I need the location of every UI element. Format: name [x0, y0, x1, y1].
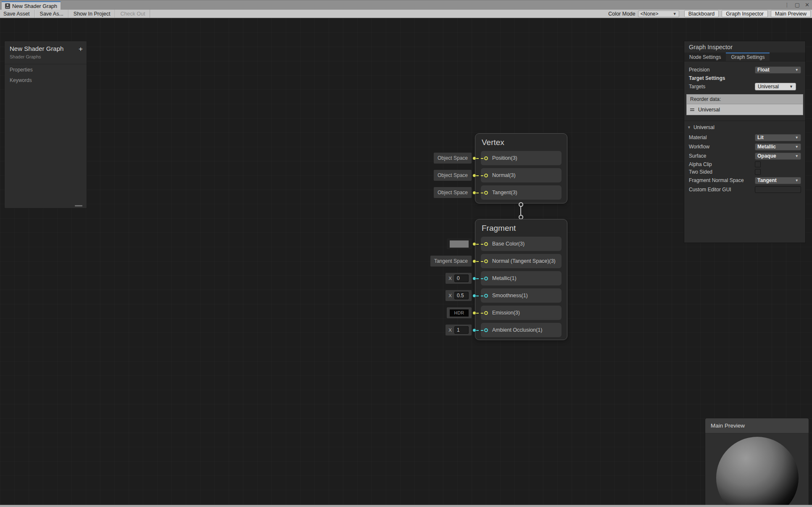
graph-inspector-panel[interactable]: Graph Inspector Node Settings Graph Sett… [684, 41, 806, 243]
main-preview-panel[interactable]: Main Preview [705, 418, 809, 507]
window-close-icon[interactable]: ✕ [805, 1, 809, 9]
tab-graph-settings[interactable]: Graph Settings [726, 53, 770, 61]
port-circle-icon[interactable] [484, 191, 488, 195]
port-label: Emission(3) [492, 310, 520, 316]
alpha-clip-checkbox[interactable] [755, 161, 761, 167]
resize-grip[interactable] [75, 205, 82, 206]
custom-editor-gui-label: Custom Editor GUI [689, 187, 755, 193]
port-circle-icon[interactable] [484, 311, 488, 315]
color-mode-label: Color Mode [608, 11, 635, 17]
position-space-dropdown[interactable]: Object Space [434, 153, 472, 164]
fragment-port-metallic[interactable]: X 0 Metallic(1) [481, 271, 562, 285]
fragment-node[interactable]: Fragment Base Color(3) Tangent Space Nor… [475, 219, 567, 340]
connector-dash [476, 261, 483, 262]
smoothness-input[interactable]: X 0.5 [446, 290, 472, 301]
surface-dropdown[interactable]: Opaque ▼ [755, 153, 801, 160]
targets-dropdown[interactable]: Universal ▼ [755, 83, 796, 90]
port-circle-icon[interactable] [484, 277, 488, 280]
emission-color-swatch[interactable]: HDR [447, 307, 472, 318]
add-property-button[interactable]: + [79, 46, 83, 52]
vertex-node-title: Vertex [475, 134, 567, 151]
universal-foldout[interactable]: ▼ Universal [684, 124, 805, 131]
fragment-port-normal[interactable]: Tangent Space Normal (Tangent Space)(3) [481, 254, 562, 268]
precision-dropdown[interactable]: Float ▼ [755, 66, 801, 74]
save-as-button[interactable]: Save As... [35, 10, 69, 18]
two-sided-label: Two Sided [689, 169, 755, 175]
port-label: Ambient Occlusion(1) [492, 327, 543, 333]
preview-viewport[interactable] [705, 433, 809, 507]
metallic-value-field[interactable]: 0 [454, 275, 469, 282]
color-mode-value: <None> [641, 11, 659, 17]
vertex-port-position[interactable]: Object Space Position(3) [481, 151, 562, 165]
blackboard-toggle-button[interactable]: Blackboard [684, 10, 719, 17]
precision-value: Float [757, 67, 770, 73]
connector-dot [473, 157, 476, 160]
main-preview-toggle-button[interactable]: Main Preview [771, 10, 811, 17]
connector-dot [473, 191, 476, 194]
blackboard-section-keywords[interactable]: Keywords [5, 75, 87, 85]
blackboard-panel[interactable]: New Shader Graph Shader Graphs + Propert… [4, 41, 87, 209]
graph-inspector-toggle-button[interactable]: Graph Inspector [722, 10, 768, 17]
save-asset-button[interactable]: Save Asset [0, 10, 35, 18]
workflow-label: Workflow [689, 144, 755, 150]
two-sided-checkbox[interactable] [755, 169, 761, 175]
window-bottom-edge [0, 505, 812, 507]
material-value: Lit [757, 135, 764, 140]
alpha-clip-label: Alpha Clip [689, 161, 755, 167]
workflow-dropdown[interactable]: Metallic ▼ [755, 143, 801, 151]
blackboard-title: New Shader Graph [10, 45, 82, 52]
metallic-input[interactable]: X 0 [446, 273, 472, 284]
blackboard-section-properties[interactable]: Properties [5, 64, 87, 75]
fragment-port-ambient-occlusion[interactable]: X 1 Ambient Occlusion(1) [481, 323, 562, 337]
port-circle-icon[interactable] [484, 242, 488, 246]
x-component-label: X [448, 276, 452, 281]
base-color-swatch[interactable] [447, 238, 472, 249]
vertex-node[interactable]: Vertex Object Space Position(3) Object S… [475, 133, 567, 203]
connector-dash [476, 296, 483, 296]
color-mode-dropdown[interactable]: <None> ▼ [638, 11, 679, 17]
foldout-arrow-icon: ▼ [687, 125, 691, 129]
port-label: Smoothness(1) [492, 293, 528, 298]
window-menu-icon[interactable]: ⋮ [784, 1, 790, 9]
reorder-list-header: Reorder data: [687, 95, 803, 104]
vertex-port-tangent[interactable]: Object Space Tangent(3) [481, 185, 562, 200]
tab-node-settings[interactable]: Node Settings [684, 53, 726, 61]
normal-space-dropdown[interactable]: Object Space [434, 170, 472, 181]
smoothness-value-field[interactable]: 0.5 [454, 292, 469, 299]
fragment-port-emission[interactable]: HDR Emission(3) [481, 306, 562, 320]
fragment-port-smoothness[interactable]: X 0.5 Smoothness(1) [481, 288, 562, 303]
fragment-node-title: Fragment [475, 219, 567, 237]
hdr-swatch: HDR [450, 309, 469, 317]
connector-dash [476, 244, 483, 245]
preview-sphere[interactable] [716, 437, 799, 507]
port-circle-icon[interactable] [484, 328, 488, 332]
vertex-port-normal[interactable]: Object Space Normal(3) [481, 168, 562, 182]
custom-editor-gui-field[interactable] [755, 186, 801, 193]
port-label: Tangent(3) [492, 190, 517, 195]
port-circle-icon[interactable] [484, 259, 488, 263]
edge-endpoint-icon[interactable] [519, 202, 523, 207]
fragment-port-base-color[interactable]: Base Color(3) [481, 237, 562, 251]
ambient-occlusion-value-field[interactable]: 1 [454, 326, 469, 334]
reorder-item-universal[interactable]: Universal [687, 104, 803, 115]
fragment-normal-space-dropdown[interactable]: Tangent ▼ [755, 177, 801, 184]
ambient-occlusion-input[interactable]: X 1 [446, 325, 472, 335]
graph-canvas[interactable]: New Shader Graph Shader Graphs + Propert… [0, 18, 812, 507]
tab-new-shader-graph[interactable]: New Shader Graph [2, 1, 61, 10]
chevron-down-icon: ▼ [795, 145, 799, 149]
connector-dot [473, 174, 476, 177]
material-dropdown[interactable]: Lit ▼ [755, 134, 801, 141]
tangent-space-dropdown[interactable]: Object Space [434, 187, 472, 198]
chevron-down-icon: ▼ [795, 154, 799, 158]
show-in-project-button[interactable]: Show In Project [69, 10, 116, 18]
port-circle-icon[interactable] [484, 174, 488, 177]
drag-handle-icon[interactable] [690, 108, 694, 111]
port-label: Position(3) [492, 155, 517, 161]
port-circle-icon[interactable] [484, 156, 488, 160]
stage-edge [520, 207, 521, 216]
tab-title: New Shader Graph [12, 3, 57, 9]
port-circle-icon[interactable] [484, 294, 488, 298]
shader-graph-asset-icon [5, 3, 10, 9]
window-maximize-icon[interactable]: ▢ [795, 1, 800, 9]
normal-space-dropdown[interactable]: Tangent Space [430, 256, 472, 267]
